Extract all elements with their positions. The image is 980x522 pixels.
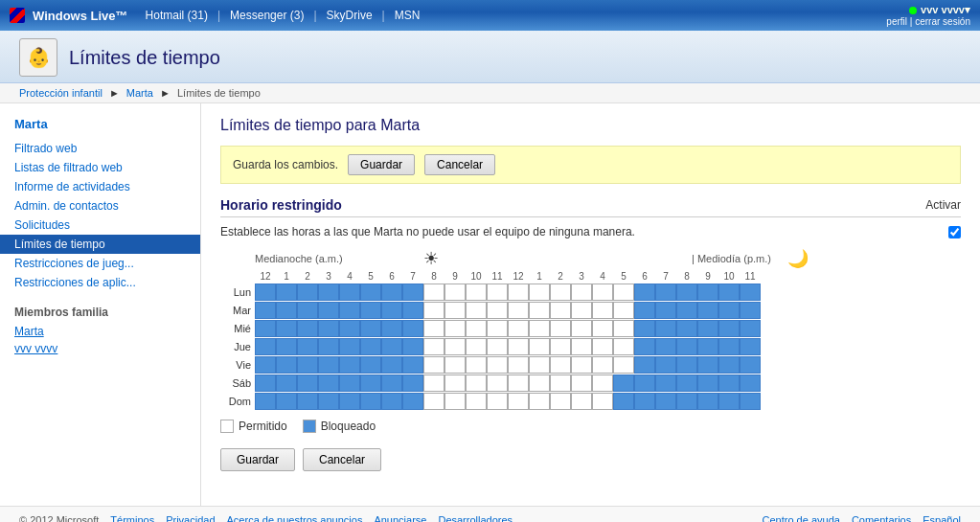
grid-cell-Jue-20[interactable]	[676, 338, 697, 355]
grid-cell-Jue-5[interactable]	[360, 338, 381, 355]
grid-cell-Lun-3[interactable]	[318, 284, 339, 301]
footer-privacidad[interactable]: Privacidad	[166, 514, 215, 522]
nav-msn[interactable]: MSN	[387, 5, 428, 26]
grid-cell-Lun-0[interactable]	[255, 284, 276, 301]
grid-cell-Vie-21[interactable]	[697, 356, 718, 374]
breadcrumb-marta[interactable]: Marta	[126, 87, 153, 99]
grid-cell-Jue-9[interactable]	[444, 338, 466, 355]
grid-cell-Vie-0[interactable]	[255, 356, 276, 374]
grid-cell-Vie-13[interactable]	[529, 356, 550, 374]
activate-checkbox[interactable]	[948, 226, 961, 238]
grid-cell-Sáb-15[interactable]	[571, 374, 592, 392]
grid-cell-Sáb-4[interactable]	[339, 374, 360, 392]
grid-cell-Dom-9[interactable]	[444, 393, 466, 410]
grid-cell-Sáb-7[interactable]	[402, 374, 423, 392]
grid-cell-Jue-11[interactable]	[487, 338, 508, 355]
grid-cell-Mar-11[interactable]	[487, 302, 508, 319]
grid-cell-Dom-8[interactable]	[423, 393, 444, 410]
grid-cell-Sáb-18[interactable]	[634, 374, 655, 392]
grid-cell-Lun-19[interactable]	[655, 284, 676, 301]
footer-anuncios[interactable]: Acerca de nuestros anuncios	[227, 514, 363, 522]
grid-cell-Mié-18[interactable]	[634, 320, 655, 337]
grid-cell-Dom-16[interactable]	[592, 393, 613, 410]
grid-cell-Mié-10[interactable]	[466, 320, 487, 337]
grid-cell-Mar-19[interactable]	[655, 302, 676, 319]
grid-cell-Jue-16[interactable]	[592, 338, 613, 355]
grid-cell-Mar-12[interactable]	[508, 302, 529, 319]
grid-cell-Dom-10[interactable]	[466, 393, 487, 410]
grid-cell-Lun-17[interactable]	[613, 284, 634, 301]
grid-cell-Mié-15[interactable]	[571, 320, 592, 337]
grid-cell-Lun-2[interactable]	[297, 284, 318, 301]
grid-cell-Dom-19[interactable]	[655, 393, 676, 410]
grid-cell-Mar-9[interactable]	[444, 302, 466, 319]
grid-cell-Sáb-17[interactable]	[613, 374, 634, 392]
grid-cell-Sáb-11[interactable]	[487, 374, 508, 392]
grid-cell-Dom-1[interactable]	[276, 393, 297, 410]
grid-cell-Sáb-10[interactable]	[466, 374, 487, 392]
grid-cell-Sáb-19[interactable]	[655, 374, 676, 392]
grid-cell-Vie-3[interactable]	[318, 356, 339, 374]
grid-cell-Mar-15[interactable]	[571, 302, 592, 319]
breadcrumb-protection[interactable]: Protección infantil	[19, 87, 103, 99]
sidebar-item-restricciones-jueg[interactable]: Restricciones de jueg...	[0, 254, 200, 273]
grid-cell-Mié-1[interactable]	[276, 320, 297, 337]
footer-terminos[interactable]: Términos	[110, 514, 154, 522]
cancel-button-top[interactable]: Cancelar	[424, 154, 495, 175]
grid-cell-Mié-16[interactable]	[592, 320, 613, 337]
grid-cell-Sáb-22[interactable]	[718, 374, 740, 392]
sidebar-item-restricciones-aplic[interactable]: Restricciones de aplic...	[0, 273, 200, 292]
grid-cell-Jue-19[interactable]	[655, 338, 676, 355]
grid-cell-Vie-2[interactable]	[297, 356, 318, 374]
save-button-bottom[interactable]: Guardar	[220, 448, 295, 471]
footer-anunciarse[interactable]: Anunciarse	[374, 514, 426, 522]
grid-cell-Dom-0[interactable]	[255, 393, 276, 410]
grid-cell-Jue-8[interactable]	[423, 338, 444, 355]
grid-cell-Vie-9[interactable]	[444, 356, 466, 374]
grid-cell-Sáb-8[interactable]	[423, 374, 444, 392]
grid-cell-Mar-5[interactable]	[360, 302, 381, 319]
sidebar-item-solicitudes[interactable]: Solicitudes	[0, 216, 200, 235]
nav-hotmail[interactable]: Hotmail (31)	[138, 5, 216, 26]
grid-cell-Sáb-1[interactable]	[276, 374, 297, 392]
logo[interactable]: Windows Live™	[10, 8, 128, 23]
grid-cell-Mar-13[interactable]	[529, 302, 550, 319]
grid-cell-Sáb-23[interactable]	[740, 374, 761, 392]
grid-cell-Sáb-13[interactable]	[529, 374, 550, 392]
grid-cell-Jue-21[interactable]	[697, 338, 718, 355]
grid-cell-Mar-18[interactable]	[634, 302, 655, 319]
grid-cell-Vie-1[interactable]	[276, 356, 297, 374]
grid-cell-Jue-3[interactable]	[318, 338, 339, 355]
grid-cell-Sáb-12[interactable]	[508, 374, 529, 392]
grid-cell-Mié-14[interactable]	[550, 320, 571, 337]
grid-cell-Mar-23[interactable]	[740, 302, 761, 319]
grid-cell-Mar-4[interactable]	[339, 302, 360, 319]
grid-cell-Dom-13[interactable]	[529, 393, 550, 410]
grid-cell-Vie-16[interactable]	[592, 356, 613, 374]
grid-cell-Jue-14[interactable]	[550, 338, 571, 355]
sidebar-member-marta[interactable]: Marta	[0, 323, 200, 340]
grid-cell-Mié-6[interactable]	[381, 320, 402, 337]
grid-cell-Jue-12[interactable]	[508, 338, 529, 355]
grid-cell-Mar-8[interactable]	[423, 302, 444, 319]
grid-cell-Dom-6[interactable]	[381, 393, 402, 410]
grid-cell-Lun-11[interactable]	[487, 284, 508, 301]
grid-cell-Mié-23[interactable]	[740, 320, 761, 337]
grid-cell-Mié-5[interactable]	[360, 320, 381, 337]
nav-skydrive[interactable]: SkyDrive	[319, 5, 380, 26]
grid-cell-Lun-13[interactable]	[529, 284, 550, 301]
grid-cell-Mié-13[interactable]	[529, 320, 550, 337]
grid-cell-Lun-5[interactable]	[360, 284, 381, 301]
grid-cell-Dom-21[interactable]	[697, 393, 718, 410]
grid-cell-Lun-9[interactable]	[444, 284, 466, 301]
grid-cell-Sáb-14[interactable]	[550, 374, 571, 392]
grid-cell-Sáb-16[interactable]	[592, 374, 613, 392]
sidebar-item-informe[interactable]: Informe de actividades	[0, 177, 200, 196]
grid-cell-Lun-18[interactable]	[634, 284, 655, 301]
grid-cell-Jue-22[interactable]	[718, 338, 740, 355]
grid-cell-Mar-17[interactable]	[613, 302, 634, 319]
grid-cell-Lun-8[interactable]	[423, 284, 444, 301]
grid-cell-Jue-2[interactable]	[297, 338, 318, 355]
grid-cell-Dom-12[interactable]	[508, 393, 529, 410]
grid-cell-Sáb-20[interactable]	[676, 374, 697, 392]
